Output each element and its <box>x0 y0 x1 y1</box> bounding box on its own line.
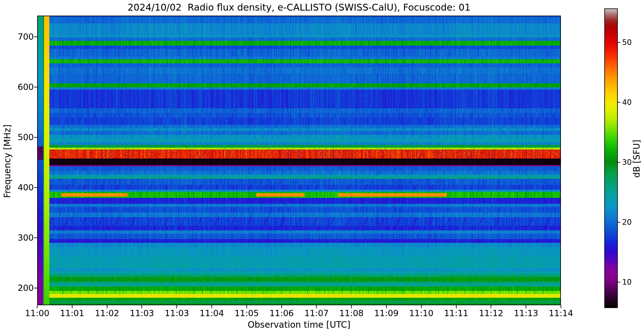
x-tick-mark <box>211 305 212 308</box>
x-tick-mark <box>491 305 491 308</box>
x-tick-mark <box>386 305 387 308</box>
colorbar-tick-label: 30 <box>622 159 632 166</box>
x-tick-label: 11:01 <box>53 308 91 318</box>
y-tick-mark <box>34 187 37 188</box>
x-tick-mark <box>141 305 142 308</box>
colorbar-tick-label: 40 <box>622 99 632 106</box>
colorbar <box>604 8 618 308</box>
y-tick-mark <box>34 37 37 37</box>
x-tick-label: 11:11 <box>438 308 475 318</box>
colorbar-tick-label: 10 <box>622 278 632 286</box>
x-tick-label: 11:06 <box>263 308 300 318</box>
colorbar-label: dB [SFU] <box>632 93 642 224</box>
x-tick-label: 11:10 <box>403 308 440 318</box>
x-axis-label: Observation time [UTC] <box>37 320 561 330</box>
y-tick-mark <box>34 137 37 138</box>
colorbar-tick-label: 50 <box>622 39 632 46</box>
x-tick-mark <box>281 305 282 308</box>
colorbar-tick-mark <box>618 42 620 43</box>
spectrogram-figure: 2024/10/02 Radio flux density, e-CALLIST… <box>0 0 644 333</box>
x-tick-mark <box>456 305 457 308</box>
x-tick-label: 11:13 <box>507 308 545 318</box>
x-tick-label: 11:02 <box>88 308 126 318</box>
colorbar-tick-mark <box>618 222 620 223</box>
x-tick-label: 11:09 <box>368 308 405 318</box>
x-tick-mark <box>107 305 107 308</box>
y-axis-label: Frequency [MHz] <box>2 96 12 227</box>
y-tick-label: 500 <box>2 133 34 141</box>
colorbar-tick-mark <box>618 102 620 103</box>
y-tick-mark <box>34 288 37 288</box>
x-tick-label: 11:14 <box>542 308 580 318</box>
x-tick-label: 11:07 <box>298 308 335 318</box>
y-tick-label: 300 <box>2 233 34 242</box>
x-tick-mark <box>561 305 561 308</box>
y-tick-label: 400 <box>2 183 34 192</box>
x-tick-label: 11:05 <box>228 308 265 318</box>
x-tick-mark <box>351 305 352 308</box>
x-tick-label: 11:12 <box>472 308 510 318</box>
x-tick-label: 11:04 <box>193 308 230 318</box>
x-tick-mark <box>176 305 177 308</box>
x-tick-mark <box>246 305 247 308</box>
spectrogram-canvas <box>37 16 561 305</box>
colorbar-tick-mark <box>618 162 620 163</box>
x-tick-label: 11:00 <box>18 308 56 318</box>
colorbar-tick-mark <box>618 282 620 282</box>
x-tick-label: 11:03 <box>158 308 196 318</box>
y-tick-mark <box>34 238 37 238</box>
x-tick-label: 11:03 <box>123 308 161 318</box>
x-tick-label: 11:08 <box>333 308 370 318</box>
y-tick-label: 600 <box>2 83 34 91</box>
x-tick-mark <box>37 305 37 308</box>
y-tick-label: 200 <box>2 284 34 292</box>
x-tick-mark <box>526 305 526 308</box>
x-tick-mark <box>316 305 317 308</box>
x-tick-mark <box>72 305 72 308</box>
y-tick-label: 700 <box>2 32 34 41</box>
y-tick-mark <box>34 87 37 87</box>
page-title: 2024/10/02 Radio flux density, e-CALLIST… <box>37 2 561 13</box>
x-tick-mark <box>421 305 422 308</box>
colorbar-tick-label: 20 <box>622 218 632 226</box>
